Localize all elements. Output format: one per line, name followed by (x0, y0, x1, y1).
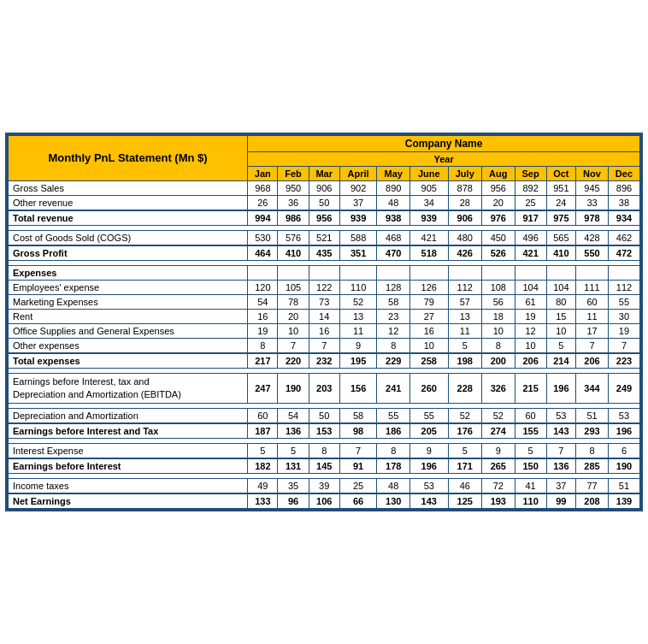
table-title: Monthly PnL Statement (Mn $) (9, 135, 248, 180)
total-revenue-label: Total revenue (9, 210, 248, 226)
gross-profit-label: Gross Profit (9, 245, 248, 261)
office-supplies-row: Office Supplies and General Expenses 19 … (9, 323, 640, 338)
ebitda-label: Earnings before Interest, tax and Deprec… (9, 373, 248, 404)
gross-sales-mar: 906 (309, 180, 339, 195)
depreciation-label: Depreciation and Amortization (9, 409, 248, 424)
month-header-july: July (448, 166, 481, 180)
ebit-label: Earnings before Interest and Tax (9, 423, 248, 439)
office-supplies-label: Office Supplies and General Expenses (9, 323, 248, 338)
gross-sales-apr: 902 (339, 180, 377, 195)
total-revenue-row: Total revenue 994 986 956 939 938 939 90… (9, 210, 640, 226)
gross-sales-jun: 905 (410, 180, 448, 195)
ebit-row: Earnings before Interest and Tax 187 136… (9, 423, 640, 439)
cogs-row: Cost of Goods Sold (COGS) 530 576 521 58… (9, 230, 640, 245)
gross-sales-feb: 950 (278, 180, 309, 195)
month-header-oct: Oct (546, 166, 576, 180)
gross-sales-may: 890 (377, 180, 410, 195)
month-header-april: April (339, 166, 377, 180)
month-header-may: May (377, 166, 410, 180)
interest-expense-label: Interest Expense (9, 444, 248, 459)
net-earnings-label: Net Earnings (9, 493, 248, 509)
employees-expense-row: Employees' expense 120 105 122 110 128 1… (9, 280, 640, 294)
cogs-label: Cost of Goods Sold (COGS) (9, 230, 248, 245)
other-revenue-label: Other revenue (9, 195, 248, 210)
gross-sales-dec: 896 (608, 180, 639, 195)
gross-sales-oct: 951 (546, 180, 576, 195)
company-name-header: Company Name (248, 135, 640, 151)
ebitda-row: Earnings before Interest, tax and Deprec… (9, 373, 640, 404)
gross-sales-jul: 878 (448, 180, 481, 195)
employees-expense-label: Employees' expense (9, 280, 248, 294)
other-revenue-row: Other revenue 26 36 50 37 48 34 28 20 25… (9, 195, 640, 210)
month-header-sep: Sep (515, 166, 546, 180)
gross-profit-row: Gross Profit 464 410 435 351 470 518 426… (9, 245, 640, 261)
total-expenses-row: Total expenses 217 220 232 195 229 258 1… (9, 353, 640, 369)
month-header-aug: Aug (482, 166, 515, 180)
month-header-nov: Nov (576, 166, 609, 180)
month-header-feb: Feb (278, 166, 309, 180)
net-earnings-row: Net Earnings 133 96 106 66 130 143 125 1… (9, 493, 640, 509)
month-header-jan: Jan (248, 166, 278, 180)
marketing-row: Marketing Expenses 54 78 73 52 58 79 57 … (9, 294, 640, 309)
marketing-label: Marketing Expenses (9, 294, 248, 309)
rent-row: Rent 16 20 14 13 23 27 13 18 19 15 11 30 (9, 309, 640, 323)
year-header: Year (248, 151, 640, 166)
month-header-mar: Mar (309, 166, 339, 180)
income-taxes-row: Income taxes 49 35 39 25 48 53 46 72 41 … (9, 479, 640, 494)
gross-sales-label: Gross Sales (9, 180, 248, 195)
rent-label: Rent (9, 309, 248, 323)
gross-sales-row: Gross Sales 968 950 906 902 890 905 878 … (9, 180, 640, 195)
expenses-header-row: Expenses (9, 265, 640, 280)
gross-sales-sep: 892 (515, 180, 546, 195)
interest-expense-row: Interest Expense 5 5 8 7 8 9 5 9 5 7 8 6 (9, 444, 640, 459)
total-expenses-label: Total expenses (9, 353, 248, 369)
month-header-dec: Dec (608, 166, 639, 180)
gross-sales-aug: 956 (482, 180, 515, 195)
gross-sales-jan: 968 (248, 180, 278, 195)
depreciation-row: Depreciation and Amortization 60 54 50 5… (9, 409, 640, 424)
other-expenses-label: Other expenses (9, 338, 248, 353)
table-container: Monthly PnL Statement (Mn $) Company Nam… (5, 133, 643, 512)
income-taxes-label: Income taxes (9, 479, 248, 494)
gross-sales-nov: 945 (576, 180, 609, 195)
earnings-before-interest-label: Earnings before Interest (9, 458, 248, 474)
earnings-before-interest-row: Earnings before Interest 182 131 145 91 … (9, 458, 640, 474)
expenses-header-label: Expenses (9, 265, 248, 280)
month-header-june: June (410, 166, 448, 180)
other-expenses-row: Other expenses 8 7 7 9 8 10 5 8 10 5 7 7 (9, 338, 640, 353)
